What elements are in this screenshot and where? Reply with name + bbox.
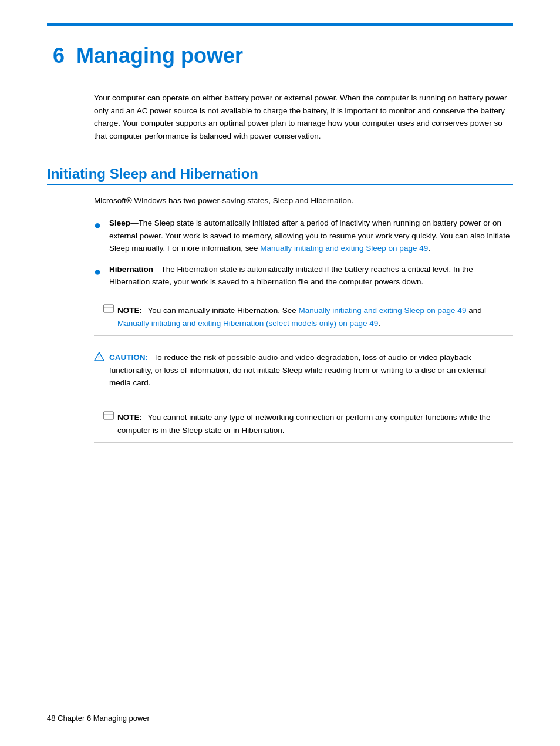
caution-label: CAUTION: bbox=[109, 353, 148, 362]
bullet-list: ● Sleep—The Sleep state is automatically… bbox=[94, 217, 513, 288]
caution-box: ! CAUTION: To reduce the risk of possibl… bbox=[94, 345, 513, 395]
note-1-and: and bbox=[466, 306, 481, 315]
bullet-text-sleep: Sleep—The Sleep state is automatically i… bbox=[109, 217, 513, 255]
bullet-icon: ● bbox=[94, 216, 101, 255]
sleep-link[interactable]: Manually initiating and exiting Sleep on… bbox=[260, 244, 428, 253]
note-1-label: NOTE: bbox=[117, 306, 142, 315]
note-box-1: NOTE: You can manually initiate Hibernat… bbox=[94, 298, 513, 336]
bullet-text-hibernation: Hibernation—The Hibernation state is aut… bbox=[109, 263, 513, 288]
section-title: Initiating Sleep and Hibernation bbox=[47, 166, 513, 185]
note-1-period: . bbox=[378, 319, 380, 328]
list-item: ● Sleep—The Sleep state is automatically… bbox=[94, 217, 513, 255]
top-border bbox=[47, 23, 513, 26]
note-1-link2[interactable]: Manually initiating and exiting Hibernat… bbox=[117, 319, 378, 328]
svg-rect-5 bbox=[104, 412, 113, 419]
note-2-label: NOTE: bbox=[117, 413, 142, 422]
svg-rect-0 bbox=[104, 305, 113, 312]
chapter-number: 6 bbox=[53, 43, 65, 68]
note-1-text: You can manually initiate Hibernation. S… bbox=[148, 306, 299, 315]
note-1-link1[interactable]: Manually initiating and exiting Sleep on… bbox=[298, 306, 466, 315]
list-item: ● Hibernation—The Hibernation state is a… bbox=[94, 263, 513, 288]
bullet-label-sleep: Sleep bbox=[109, 219, 130, 227]
note-2-content: NOTE: You cannot initiate any type of ne… bbox=[117, 411, 504, 436]
chapter-title-text: Managing power bbox=[76, 43, 243, 68]
bullet-label-hibernation: Hibernation bbox=[109, 265, 153, 274]
caution-text: To reduce the risk of possible audio and… bbox=[109, 353, 486, 387]
note-icon bbox=[103, 304, 114, 313]
intro-paragraph: Your computer can operate on either batt… bbox=[94, 92, 513, 142]
section-intro: Microsoft® Windows has two power-saving … bbox=[94, 194, 513, 207]
footer: 48 Chapter 6 Managing power bbox=[47, 714, 150, 723]
note-icon-2 bbox=[103, 411, 114, 420]
caution-content: CAUTION: To reduce the risk of possible … bbox=[109, 351, 504, 389]
footer-text: 48 Chapter 6 Managing power bbox=[47, 714, 150, 723]
caution-icon: ! bbox=[94, 352, 104, 361]
note-box-2: NOTE: You cannot initiate any type of ne… bbox=[94, 405, 513, 443]
svg-text:!: ! bbox=[98, 355, 100, 361]
chapter-title: 6Managing power bbox=[47, 43, 513, 68]
bullet-icon: ● bbox=[94, 262, 101, 288]
note-1-content: NOTE: You can manually initiate Hibernat… bbox=[117, 304, 504, 330]
note-2-text: You cannot initiate any type of networki… bbox=[117, 413, 491, 435]
